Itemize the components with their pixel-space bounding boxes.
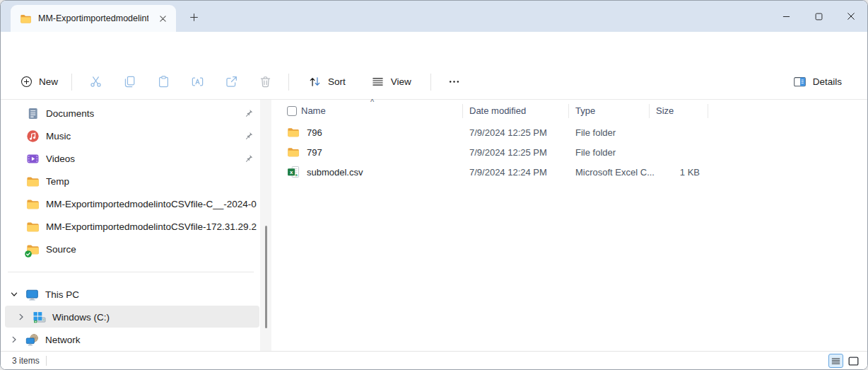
window-controls: [770, 1, 867, 32]
column-header-type[interactable]: Type: [575, 105, 595, 116]
tab-close-button[interactable]: [155, 11, 170, 26]
sidebar-item-documents[interactable]: Documents: [1, 102, 259, 125]
sidebar-item-label: MM-ExportimportedmodelintoCSVfile-C__-20…: [46, 199, 257, 209]
sort-button[interactable]: Sort: [300, 70, 354, 93]
paste-button[interactable]: [148, 69, 178, 95]
sidebar-item-videos[interactable]: Videos: [1, 147, 259, 170]
column-header-date-modified[interactable]: Date modified: [469, 105, 526, 116]
file-name: 796: [307, 127, 322, 138]
new-button[interactable]: New: [13, 71, 65, 93]
plus-icon: [189, 13, 199, 22]
column-header-size[interactable]: Size: [656, 105, 674, 116]
rename-icon: [191, 75, 204, 88]
file-date-modified: 7/9/2024 12:25 PM: [469, 147, 547, 158]
file-type: File folder: [575, 127, 616, 138]
sort-ascending-indicator: ^: [370, 98, 374, 106]
cut-icon: [89, 75, 102, 88]
column-divider[interactable]: [708, 104, 708, 118]
sidebar-item-label: Videos: [46, 154, 75, 164]
windows-drive-icon: [33, 311, 46, 324]
delete-button[interactable]: [250, 69, 280, 95]
folder-icon: [26, 197, 40, 211]
sidebar-scrollbar-track[interactable]: [260, 100, 271, 351]
file-name: submodel.csv: [307, 167, 363, 178]
thumbnail-view-toggle[interactable]: [846, 354, 861, 368]
sidebar-item-mm-export-2[interactable]: MM-ExportimportedmodelintoCSVfile-172.31…: [1, 215, 259, 238]
sidebar-item-mm-export-1[interactable]: MM-ExportimportedmodelintoCSVfile-C__-20…: [1, 192, 259, 215]
sidebar-item-label: Network: [45, 335, 81, 345]
folder-icon: [287, 146, 300, 158]
tab-title: MM-Exportimportedmodelinto: [38, 13, 148, 23]
sidebar-scrollbar-thumb[interactable]: [265, 226, 267, 328]
file-size: 1 KB: [649, 167, 700, 178]
file-type: File folder: [575, 147, 616, 158]
share-button[interactable]: [216, 69, 246, 95]
toolbar-divider: [430, 74, 431, 91]
file-type: Microsoft Excel C...: [575, 167, 655, 178]
plus-circle-icon: [20, 76, 33, 88]
details-pane-button[interactable]: Details: [786, 70, 849, 93]
sidebar-item-windows-c[interactable]: Windows (C:): [16, 306, 110, 328]
pin-icon: [244, 108, 254, 118]
view-button-label: View: [391, 76, 411, 87]
toolbar-divider: [288, 74, 289, 91]
sidebar-divider: [8, 272, 254, 272]
copy-icon: [123, 75, 136, 88]
excel-csv-icon: [287, 166, 300, 178]
details-pane-icon: [793, 75, 807, 88]
folder-icon: [26, 220, 40, 233]
sidebar-item-label: Music: [46, 131, 71, 141]
pin-icon: [244, 154, 254, 163]
sidebar-item-temp[interactable]: Temp: [1, 170, 259, 192]
column-header-name[interactable]: Name: [301, 105, 326, 116]
explorer-tab[interactable]: MM-Exportimportedmodelinto: [11, 5, 176, 32]
close-icon: [847, 12, 855, 21]
file-date-modified: 7/9/2024 12:25 PM: [469, 127, 547, 138]
view-lines-icon: [371, 75, 385, 88]
video-icon: [26, 152, 40, 166]
command-toolbar: New Sort View Details: [1, 64, 867, 100]
chevron-right-icon[interactable]: [9, 335, 19, 344]
details-button-label: Details: [813, 76, 842, 87]
sidebar-item-network[interactable]: Network: [9, 328, 81, 351]
table-row[interactable]: submodel.csv 7/9/2024 12:24 PM Microsoft…: [271, 162, 867, 182]
navigation-pane: Documents Music Videos Temp MM-Exportimp…: [1, 100, 271, 351]
folder-icon: [26, 175, 40, 188]
details-view-toggle[interactable]: [828, 354, 843, 368]
copy-button[interactable]: [115, 69, 144, 95]
file-list: Name ^ Date modified Type Size 796 7/9/2…: [271, 100, 867, 351]
rename-button[interactable]: [182, 69, 212, 95]
see-more-button[interactable]: [440, 69, 469, 95]
select-all-checkbox[interactable]: [287, 106, 297, 116]
file-name: 797: [307, 147, 322, 158]
column-divider[interactable]: [568, 104, 569, 118]
share-icon: [225, 75, 238, 88]
sidebar-item-label: Documents: [46, 108, 94, 119]
sort-button-label: Sort: [328, 76, 346, 87]
maximize-button[interactable]: [802, 1, 835, 32]
chevron-right-icon[interactable]: [16, 313, 26, 321]
table-row[interactable]: 796 7/9/2024 12:25 PM File folder: [271, 122, 867, 142]
trash-icon: [259, 75, 272, 88]
cut-button[interactable]: [81, 69, 110, 95]
paste-icon: [157, 75, 170, 88]
column-divider[interactable]: [462, 104, 463, 118]
sidebar-item-label: This PC: [45, 289, 79, 300]
view-button[interactable]: View: [363, 70, 420, 93]
sidebar-item-music[interactable]: Music: [1, 125, 259, 147]
table-row[interactable]: 797 7/9/2024 12:25 PM File folder: [271, 142, 867, 162]
status-bar: 3 items: [1, 351, 867, 369]
file-date-modified: 7/9/2024 12:24 PM: [469, 167, 547, 178]
close-button[interactable]: [835, 1, 867, 32]
folder-icon: [20, 13, 32, 25]
close-icon: [159, 15, 167, 23]
sidebar-item-source[interactable]: Source: [1, 238, 259, 260]
pin-icon: [244, 131, 254, 141]
sidebar-item-this-pc[interactable]: This PC: [9, 283, 79, 306]
sidebar-item-label: MM-ExportimportedmodelintoCSVfile-172.31…: [46, 221, 257, 232]
column-divider[interactable]: [649, 104, 650, 118]
minimize-button[interactable]: [770, 1, 802, 32]
thumbnail-view-icon: [848, 355, 860, 367]
chevron-down-icon[interactable]: [9, 290, 19, 299]
new-tab-button[interactable]: [184, 8, 203, 26]
